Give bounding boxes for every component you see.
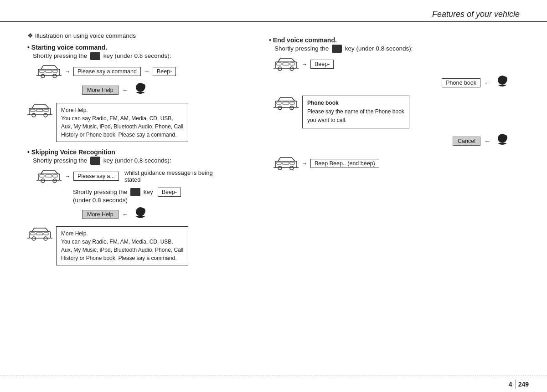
svg-point-58 <box>290 166 294 170</box>
more-help-btn-1: More Help <box>82 86 119 95</box>
end-beep-row: → Beep Beep.. (end beep) <box>274 156 529 171</box>
page-number: 249 <box>518 381 529 388</box>
detail-box-2: More Help. You can say Radio, FM, AM, Me… <box>56 226 188 265</box>
svg-rect-49 <box>277 102 281 104</box>
end-beep-box: Beep- <box>310 60 334 69</box>
footer-divider <box>515 380 516 389</box>
end-beep-beep-box: Beep Beep.. (end beep) <box>310 159 379 168</box>
svg-rect-5 <box>53 70 57 72</box>
car-icon-1 <box>36 64 62 79</box>
mic-icon <box>90 52 100 60</box>
beep-box-1: Beep- <box>153 67 176 76</box>
detail-row-1: More Help. You can say Radio, FM, AM, Me… <box>27 103 251 142</box>
skipping-subtext: Shortly pressing the key (under 0.8 seco… <box>33 157 251 165</box>
end-subtext: Shortly pressing the key (under 0.8 seco… <box>274 45 529 53</box>
svg-point-38 <box>290 67 294 71</box>
intro-heading: ❖ Illustration on using voice commands <box>27 32 136 39</box>
cancel-row: Cancel ← <box>269 133 511 149</box>
svg-rect-60 <box>283 162 289 164</box>
section-starting: • Starting voice command. Shortly pressi… <box>27 44 251 142</box>
svg-rect-51 <box>290 102 294 104</box>
arrow-6: → <box>301 61 308 68</box>
svg-rect-4 <box>46 70 52 72</box>
svg-point-1 <box>41 74 45 78</box>
arrow-8: ← <box>484 137 490 145</box>
person-icon-3 <box>494 75 511 91</box>
svg-point-48 <box>290 106 294 110</box>
svg-rect-50 <box>283 102 289 104</box>
more-help-row: More Help ← <box>82 82 251 98</box>
section-skipping: • Skipping Voice Recognition Shortly pre… <box>27 148 251 265</box>
svg-point-37 <box>278 67 282 71</box>
arrow-2: → <box>144 68 150 75</box>
header-title: Features of your vehicle <box>432 10 520 19</box>
shortly-row: Shortly pressing the key Beep- (under 0.… <box>73 188 251 204</box>
starting-bullet: • Starting voice command. <box>27 44 251 51</box>
left-column: ❖ Illustration on using voice commands •… <box>0 27 260 374</box>
svg-rect-14 <box>36 109 43 112</box>
starting-flow1: → Please say a command → Beep- <box>36 64 251 79</box>
skipping-flow1: → Please say a... whilst guidance messag… <box>36 168 251 184</box>
more-help-btn-2: More Help <box>82 210 119 219</box>
phonebook-right-row: Phone book ← <box>269 75 511 91</box>
cancel-box: Cancel <box>453 137 480 146</box>
arrow-5: ← <box>122 211 129 218</box>
say-command-box: Please say a command <box>73 67 141 76</box>
section-end: • End voice command. Shortly pressing th… <box>269 36 529 171</box>
end-flow1: → Beep- <box>274 56 529 72</box>
car-icon-2 <box>27 103 52 118</box>
svg-point-2 <box>53 74 57 78</box>
car-icon-7 <box>274 156 299 171</box>
car-icon-5 <box>274 56 299 72</box>
svg-rect-41 <box>290 63 294 65</box>
whilst-text: whilst guidance message is being stated <box>124 169 216 183</box>
svg-rect-13 <box>31 109 35 112</box>
svg-rect-23 <box>53 175 57 177</box>
page-footer: 4 249 <box>0 376 547 392</box>
svg-rect-3 <box>40 70 44 72</box>
svg-rect-21 <box>40 175 44 177</box>
page-header: Features of your vehicle <box>0 0 547 22</box>
svg-point-29 <box>32 237 36 240</box>
mic-icon-2 <box>90 157 100 165</box>
more-help-row-2: More Help ← <box>82 206 251 223</box>
svg-point-27 <box>141 208 145 214</box>
chapter-number: 4 <box>509 381 512 388</box>
svg-point-57 <box>278 166 282 170</box>
please-say-box: Please say a... <box>73 172 119 181</box>
phone-detail-box: Phone book Please say the name of the Ph… <box>302 96 409 128</box>
car-icon-3 <box>36 168 62 184</box>
phone-label-box: Phone book <box>442 78 480 87</box>
person-icon-2 <box>132 206 149 223</box>
arrow-4: → <box>64 173 71 180</box>
starting-subtext: Shortly pressing the key (under 0.8 seco… <box>33 52 251 60</box>
svg-point-45 <box>503 76 507 82</box>
arrow-9: → <box>301 160 308 167</box>
svg-point-30 <box>44 237 47 240</box>
end-bullet: • End voice command. <box>269 36 529 44</box>
car-icon-4 <box>27 226 52 242</box>
svg-rect-22 <box>46 175 52 177</box>
right-column: • End voice command. Shortly pressing th… <box>260 27 547 374</box>
arrow-1: → <box>64 68 71 75</box>
svg-point-55 <box>503 135 507 140</box>
svg-point-19 <box>41 179 45 183</box>
svg-rect-61 <box>290 162 294 164</box>
svg-rect-15 <box>44 109 48 112</box>
svg-rect-39 <box>277 63 281 65</box>
arrow-3: ← <box>122 87 129 94</box>
svg-rect-32 <box>36 233 43 235</box>
arrow-7: ← <box>484 79 490 87</box>
svg-point-47 <box>278 106 282 110</box>
mic-icon-3 <box>130 188 140 196</box>
mic-icon-4 <box>332 45 342 53</box>
car-icon-6 <box>274 96 299 111</box>
svg-point-12 <box>44 113 47 117</box>
svg-point-11 <box>32 113 36 117</box>
svg-point-9 <box>141 84 145 89</box>
phone-detail-row: Phone book Please say the name of the Ph… <box>274 96 529 128</box>
skipping-bullet: • Skipping Voice Recognition <box>27 148 251 156</box>
detail-box-1: More Help. You can say Radio, FM, AM, Me… <box>56 103 188 142</box>
beep-box-2: Beep- <box>158 188 181 197</box>
svg-rect-31 <box>31 233 35 235</box>
